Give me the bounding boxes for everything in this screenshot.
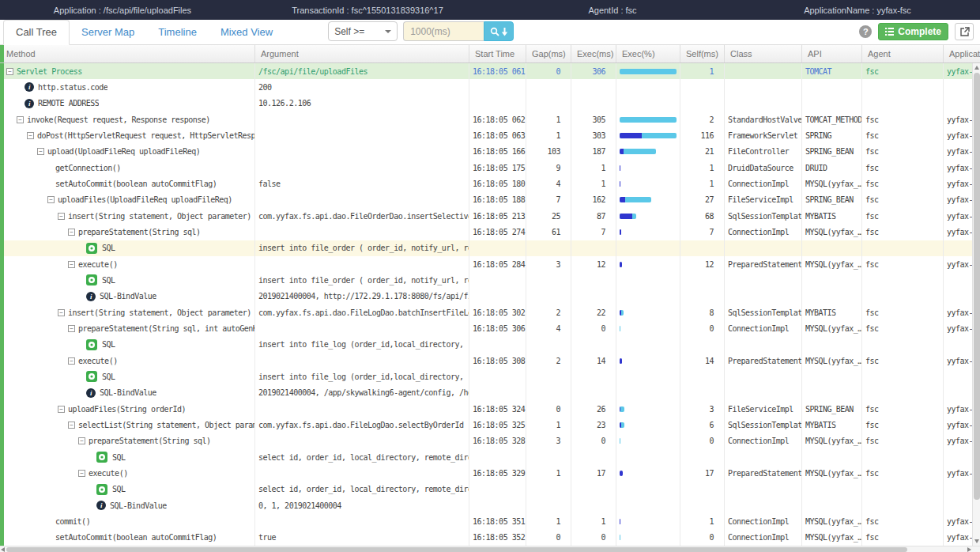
complete-label: Complete	[898, 26, 941, 37]
table-row[interactable]: SQL select id, order_id, local_directory…	[0, 449, 980, 465]
vertical-scroll-thumb[interactable]	[974, 73, 980, 500]
table-row[interactable]: commit() 16:18:05 351 1 1 1 ConnectionIm…	[0, 513, 980, 529]
table-row[interactable]: −prepareStatement(String sql, int autoGe…	[0, 320, 980, 336]
table-row[interactable]: −uploadFiles(String orderId) 16:18:05 32…	[0, 401, 980, 417]
vertical-scrollbar[interactable]	[972, 63, 980, 546]
table-row[interactable]: setAutoCommit(boolean autoCommitFlag) tr…	[0, 530, 980, 546]
start-time: 16:18:05 180	[469, 176, 526, 191]
collapse-icon[interactable]: −	[58, 309, 65, 316]
collapse-icon[interactable]: −	[27, 132, 34, 139]
table-row[interactable]: SQL insert into file_log (order_id,local…	[0, 369, 980, 384]
argument	[254, 144, 469, 160]
exec-percent-cell	[616, 465, 680, 481]
table-row[interactable]: −insert(String statement, Object paramet…	[0, 208, 980, 224]
collapse-icon[interactable]: −	[47, 196, 55, 203]
application-name: ApplicationName : yyfax-fsc	[735, 6, 980, 15]
table-row[interactable]: SQL insert into file_log (order_id,local…	[0, 337, 980, 353]
exec-percent-cell	[616, 224, 680, 240]
table-row[interactable]: SQL insert into file_order ( order_id, n…	[0, 240, 980, 256]
table-row[interactable]: −prepareStatement(String sql) 16:18:05 3…	[0, 433, 980, 449]
horizontal-scroll-thumb[interactable]	[6, 547, 907, 552]
collapse-icon[interactable]: −	[58, 406, 65, 413]
table-row[interactable]: −selectList(String statement, Object par…	[0, 417, 980, 433]
search-button[interactable]	[484, 21, 514, 41]
collapse-icon[interactable]: −	[78, 437, 85, 444]
table-row[interactable]: ihttp.status.code 200	[0, 79, 980, 95]
column-header-self-ms-: Self(ms)	[680, 45, 724, 62]
table-row[interactable]: −Servlet Process /fsc/api/file/uploadFil…	[0, 63, 980, 79]
exec-percent-cell	[616, 417, 680, 433]
scroll-down-icon[interactable]	[974, 539, 979, 543]
threshold-input[interactable]	[403, 21, 484, 41]
start-time	[469, 79, 526, 95]
complete-button[interactable]: Complete	[878, 23, 948, 40]
api-type	[801, 497, 861, 513]
exec-percent-bar	[620, 165, 620, 171]
self-filter-select[interactable]: Self >=	[328, 21, 398, 41]
table-row[interactable]: iSQL-BindValue 0, 1, 2019021400004	[0, 497, 980, 513]
collapse-icon[interactable]: −	[68, 229, 75, 236]
start-time	[469, 497, 526, 513]
collapse-icon[interactable]: −	[58, 213, 65, 220]
scroll-left-icon[interactable]	[1, 547, 5, 552]
table-row[interactable]: getConnection() 16:18:05 175 9 1 1 Druid…	[0, 160, 980, 176]
collapse-icon[interactable]: −	[68, 357, 75, 365]
table-row[interactable]: −invoke(Request request, Response respon…	[0, 112, 980, 127]
agent-name	[861, 272, 943, 288]
table-row[interactable]: setAutoCommit(boolean autoCommitFlag) fa…	[0, 176, 980, 191]
api-type: MYSQL(yyfax_…	[801, 465, 861, 481]
argument	[254, 127, 469, 143]
tab-mixed-view[interactable]: Mixed View	[209, 21, 285, 44]
argument	[254, 513, 469, 529]
table-row[interactable]: SQL insert into file_order ( order_id, n…	[0, 272, 980, 288]
horizontal-scrollbar[interactable]	[0, 546, 980, 552]
help-icon[interactable]: ?	[859, 25, 872, 38]
class-name: SqlSessionTemplate	[724, 304, 801, 320]
scroll-up-icon[interactable]	[974, 66, 979, 70]
table-row[interactable]: −upload(UploadFileReq uploadFileReq) 16:…	[0, 144, 980, 160]
column-header-start-time: Start Time	[469, 45, 526, 62]
api-type	[801, 96, 861, 112]
tab-server-map[interactable]: Server Map	[70, 21, 146, 44]
class-name: SqlSessionTemplate	[724, 417, 801, 433]
table-row[interactable]: iREMOTE_ADDRESS 10.126.2.106	[0, 96, 980, 112]
gap-ms: 1	[526, 513, 571, 529]
argument: 0, 1, 2019021400004	[254, 497, 469, 513]
collapse-icon[interactable]: −	[68, 422, 75, 429]
collapse-icon[interactable]: −	[6, 68, 13, 75]
exec-percent-bar	[620, 535, 620, 540]
self-ms: 21	[680, 144, 724, 160]
method-name: prepareStatement(String sql)	[78, 228, 201, 236]
collapse-icon[interactable]: −	[37, 148, 44, 155]
method-name: SQL	[112, 453, 126, 462]
exec-percent-cell	[616, 79, 680, 95]
table-row[interactable]: −doPost(HttpServletRequest request, Http…	[0, 127, 980, 143]
exec-ms: 162	[571, 192, 616, 208]
gap-ms: 1	[526, 112, 571, 127]
tab-timeline[interactable]: Timeline	[146, 21, 209, 44]
table-row[interactable]: −uploadFiles(UploadFileReq uploadFileReq…	[0, 192, 980, 208]
agent-name: fsc	[861, 401, 943, 417]
self-ms: 116	[680, 127, 724, 143]
collapse-icon[interactable]: −	[17, 116, 24, 123]
exec-percent-cell	[616, 256, 680, 272]
collapse-icon[interactable]: −	[68, 261, 75, 268]
table-row[interactable]: SQL select id, order_id, local_directory…	[0, 482, 980, 497]
method-name: SQL	[102, 340, 115, 349]
export-button[interactable]	[955, 23, 974, 40]
table-row[interactable]: −execute() 16:18:05 329 1 17 17 Prepared…	[0, 465, 980, 481]
collapse-icon[interactable]: −	[68, 325, 75, 332]
table-row[interactable]: −execute() 16:18:05 308 2 14 14 Prepared…	[0, 353, 980, 369]
class-name	[724, 272, 801, 288]
table-row[interactable]: −execute() 16:18:05 284 3 12 12 Prepared…	[0, 256, 980, 272]
table-row[interactable]: −insert(String statement, Object paramet…	[0, 304, 980, 320]
sql-icon	[86, 274, 97, 285]
tab-call-tree[interactable]: Call Tree	[3, 20, 70, 45]
collapse-icon[interactable]: −	[78, 470, 85, 477]
scroll-right-icon[interactable]	[967, 547, 971, 552]
table-row[interactable]: iSQL-BindValue 2019021400004, http://172…	[0, 289, 980, 304]
self-ms: 1	[680, 160, 724, 176]
table-row[interactable]: −prepareStatement(String sql) 16:18:05 2…	[0, 224, 980, 240]
table-row[interactable]: iSQL-BindValue 2019021400004, /app/skywa…	[0, 385, 980, 401]
exec-percent-cell	[616, 513, 680, 529]
